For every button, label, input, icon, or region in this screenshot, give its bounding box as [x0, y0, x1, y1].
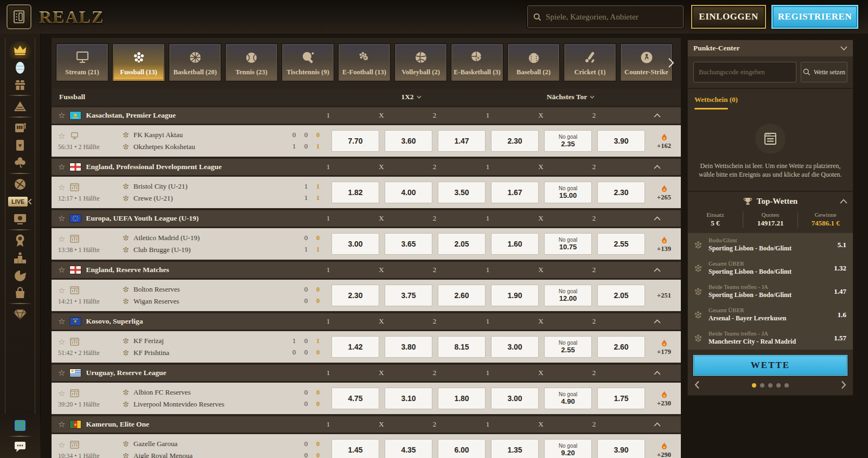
tab-tennis-23[interactable]: Tennis (23)	[225, 43, 278, 81]
collapse-chevron-up-icon[interactable]	[654, 113, 681, 118]
register-button[interactable]: REGISTRIEREN	[771, 5, 858, 29]
odd-button[interactable]: 1.42	[331, 336, 379, 358]
odd-button[interactable]: 4.35	[385, 439, 432, 458]
odd-button-no-goal[interactable]: No goal2.55	[544, 336, 592, 358]
favorite-star-icon[interactable]: ☆	[58, 131, 65, 141]
sidebar-item-sports[interactable]	[8, 176, 32, 193]
favorite-star-icon[interactable]: ☆	[58, 162, 65, 172]
sidebar-item-easter-egg[interactable]	[8, 59, 32, 76]
sidebar-item-vip[interactable]	[8, 306, 32, 323]
match-teams[interactable]: KF FerizajKF Prishtina	[122, 337, 288, 357]
sidebar-item-sports-stream[interactable]	[8, 210, 32, 228]
pager-dot[interactable]	[760, 383, 764, 388]
odd-button[interactable]: 3.65	[385, 233, 432, 255]
odd-button[interactable]: 3.75	[385, 285, 432, 306]
odd-button[interactable]: 3.00	[331, 233, 379, 255]
odd-button[interactable]: 1.75	[597, 388, 645, 409]
odd-button[interactable]: 3.90	[597, 130, 645, 152]
odd-button[interactable]: 1.80	[438, 388, 486, 409]
odd-button[interactable]: 1.35	[491, 439, 539, 458]
favorite-star-icon[interactable]: ☆	[58, 265, 65, 275]
odd-button[interactable]: 1.47	[438, 130, 486, 152]
favorite-star-icon[interactable]: ☆	[58, 214, 65, 223]
league-header[interactable]: ☆ Kosovo, Superliga 1X21X2	[52, 313, 681, 330]
odd-button[interactable]: 3.00	[491, 388, 539, 409]
sidebar-item-slots[interactable]	[8, 119, 32, 137]
odd-button-no-goal[interactable]: No goal9.20	[544, 439, 592, 458]
odds-boost[interactable]: +230	[650, 390, 678, 408]
odd-button-no-goal[interactable]: No goal12.00	[544, 285, 592, 306]
odd-button[interactable]: 4.75	[331, 388, 379, 409]
place-bet-button[interactable]: WETTE	[693, 355, 847, 376]
odd-button[interactable]: 1.45	[331, 439, 379, 458]
search-input[interactable]	[546, 12, 678, 22]
odd-button[interactable]: 2.60	[597, 336, 645, 358]
favorite-star-icon[interactable]: ☆	[58, 286, 65, 295]
match-teams[interactable]: Albion FC ReservesLiverpool Montevideo R…	[122, 388, 300, 409]
market-group-next-goal[interactable]: Nächstes Tor	[491, 93, 650, 101]
sidebar-item-lucky-games[interactable]	[8, 154, 32, 171]
odd-button[interactable]: 1.82	[331, 182, 379, 203]
odd-button[interactable]: 1.60	[491, 233, 539, 255]
tabs-next-arrow-icon[interactable]	[668, 55, 680, 70]
match-stats-icon[interactable]	[70, 183, 79, 191]
tab-fussball-13[interactable]: Fussball (13)	[112, 43, 165, 81]
match-teams[interactable]: FK Kaspyi AktauOkzhetpes Kokshetau	[122, 131, 288, 151]
odd-button[interactable]: 3.80	[385, 336, 432, 358]
league-header[interactable]: ☆ Europa, UEFA Youth League (U-19) 1X21X…	[52, 210, 681, 227]
collapse-chevron-up-icon[interactable]	[654, 371, 681, 375]
odds-boost[interactable]: +162	[650, 132, 678, 150]
sidebar-item-shop[interactable]	[8, 284, 32, 301]
tab-stream-21[interactable]: Stream (21)	[56, 43, 108, 81]
match-stats-icon[interactable]	[70, 389, 79, 397]
odd-button[interactable]: 3.00	[491, 336, 539, 358]
league-header[interactable]: ☆ England, Professional Development Leag…	[52, 159, 681, 175]
match-teams[interactable]: Atletico Madrid (U-19)Club Brugge (U-19)	[122, 234, 300, 254]
odds-boost[interactable]: +290	[650, 441, 678, 458]
odd-button[interactable]: 2.05	[597, 285, 645, 306]
odd-button[interactable]: 2.05	[438, 233, 486, 255]
pager-dot[interactable]	[776, 383, 781, 388]
sidebar-item-support-chat[interactable]	[8, 438, 32, 456]
sidebar-item-language-globe[interactable]	[8, 417, 32, 434]
sidebar-item-casino-home[interactable]	[8, 41, 32, 59]
odds-boost[interactable]: +179	[650, 338, 678, 356]
collapse-chevron-up-icon[interactable]	[654, 422, 681, 427]
odd-button[interactable]: 6.00	[438, 439, 486, 458]
odd-button-no-goal[interactable]: No goal10.75	[544, 233, 592, 255]
tab-baseball-2[interactable]: Baseball (2)	[507, 43, 560, 81]
match-stats-icon[interactable]	[70, 338, 79, 346]
top-bet-item[interactable]: Beide Teams treffen - JA Sporting Lisbon…	[688, 280, 853, 303]
league-header[interactable]: ☆ Uruguay, Reserve League 1X21X2	[52, 365, 681, 381]
odd-button[interactable]: 3.90	[597, 439, 645, 458]
pager-dot[interactable]	[784, 383, 789, 388]
match-teams[interactable]: Bristol City (U-21)Crewe (U-21)	[122, 182, 300, 203]
odd-button-no-goal[interactable]: No goal2.35	[544, 130, 592, 152]
league-header[interactable]: ☆ England, Reserve Matches 1X21X2	[52, 262, 681, 278]
collapse-chevron-up-icon[interactable]	[654, 165, 681, 169]
pager-prev-icon[interactable]	[694, 380, 700, 389]
tab-counter-strike[interactable]: Counter-Strike	[620, 43, 673, 81]
top-bet-item[interactable]: Gesamt ÜBER Sporting Lisbon - Bodo/Glimt…	[688, 256, 853, 280]
collapse-chevron-up-icon[interactable]	[654, 268, 681, 272]
odd-button[interactable]: 3.50	[438, 182, 486, 203]
favorite-star-icon[interactable]: ☆	[58, 317, 65, 326]
tab-e-basketball-3[interactable]: E E-Basketball (3)	[451, 43, 503, 81]
top-bet-item[interactable]: Beide Teams treffen - JA Manchester City…	[688, 326, 853, 350]
top-bet-item[interactable]: Bodo/Glimt Sporting Lisbon - Bodo/Glimt …	[688, 233, 853, 256]
favorite-star-icon[interactable]: ☆	[58, 368, 65, 378]
odds-boost[interactable]: +139	[650, 235, 678, 253]
odd-button[interactable]: 1.67	[491, 182, 539, 203]
match-teams[interactable]: Gazelle GarouaAigle Royal Menoua	[122, 440, 300, 458]
favorite-star-icon[interactable]: ☆	[58, 337, 65, 347]
favorite-star-icon[interactable]: ☆	[58, 111, 65, 120]
odd-button-no-goal[interactable]: No goal15.00	[544, 182, 592, 203]
sidebar-item-fortune-cookie[interactable]	[8, 267, 32, 284]
brand-logo[interactable]: REALZ	[39, 7, 104, 27]
sidebar-item-card-games[interactable]: ♥	[8, 137, 32, 154]
betslip-tab[interactable]: Wettschein (0)	[688, 89, 853, 109]
match-stats-icon[interactable]	[70, 235, 79, 243]
match-teams[interactable]: Bolton ReservesWigan Reserves	[122, 285, 300, 306]
league-header[interactable]: ☆ Kamerun, Elite One 1X21X2	[52, 416, 681, 433]
odd-button[interactable]: 1.90	[491, 285, 539, 306]
